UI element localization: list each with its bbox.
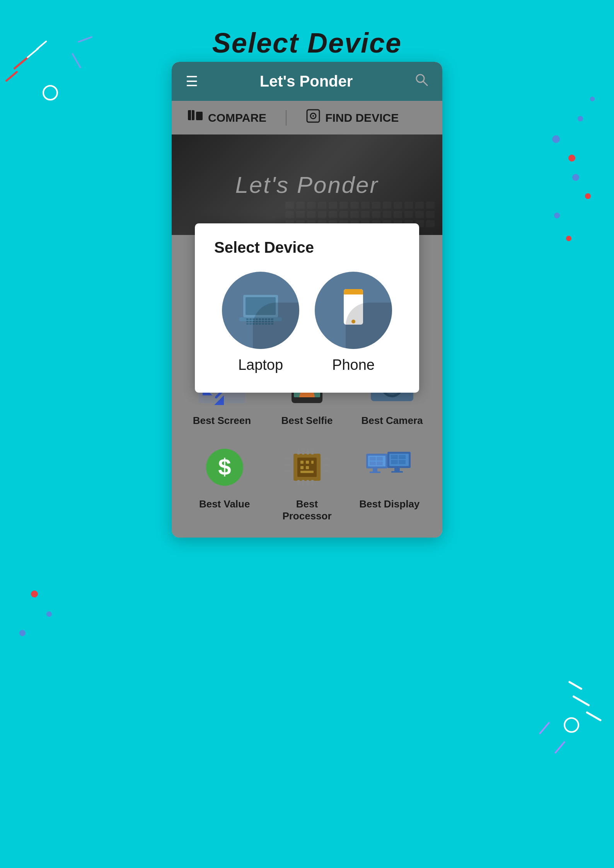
svg-rect-81 <box>311 461 314 464</box>
best-value-label: Best Value <box>199 498 250 510</box>
svg-rect-66 <box>302 449 304 454</box>
svg-rect-29 <box>246 323 249 325</box>
search-icon[interactable] <box>414 73 428 90</box>
deco-dot-blue-2 <box>572 174 579 181</box>
device-option-phone[interactable]: Phone <box>315 272 392 373</box>
phone-svg-icon <box>334 285 373 335</box>
svg-rect-35 <box>265 323 267 325</box>
svg-rect-82 <box>300 466 304 469</box>
svg-rect-28 <box>271 321 273 322</box>
svg-rect-11 <box>246 318 249 320</box>
svg-rect-80 <box>306 461 309 464</box>
svg-rect-31 <box>252 323 255 325</box>
best-screen-label: Best Screen <box>193 415 251 427</box>
phone-label: Phone <box>332 357 375 373</box>
find-device-icon <box>306 109 321 127</box>
svg-rect-22 <box>252 321 255 322</box>
svg-rect-78 <box>324 470 329 472</box>
phone-circle <box>315 272 392 349</box>
svg-rect-21 <box>249 321 252 322</box>
svg-rect-30 <box>249 323 252 325</box>
svg-rect-73 <box>285 458 290 460</box>
tab-compare[interactable]: COMPARE <box>187 109 266 127</box>
deco-line-br-3 <box>586 711 602 722</box>
laptop-circle <box>222 272 299 349</box>
best-camera-label: Best Camera <box>362 415 423 427</box>
svg-rect-84 <box>300 471 314 473</box>
svg-rect-10 <box>239 317 282 321</box>
svg-rect-12 <box>249 318 252 320</box>
svg-rect-37 <box>271 323 273 325</box>
svg-line-1 <box>423 82 427 85</box>
svg-rect-19 <box>271 318 273 320</box>
svg-rect-96 <box>399 455 406 459</box>
best-display-icon-bg <box>358 442 420 492</box>
phone-mockup: ☰ Let's Ponder COMPARE <box>172 62 442 538</box>
svg-rect-34 <box>262 323 264 325</box>
menu-icon[interactable]: ☰ <box>186 73 198 90</box>
compare-label: COMPARE <box>208 111 266 124</box>
best-processor-icon-bg <box>276 442 338 492</box>
deco-dot-blue-3 <box>554 213 560 218</box>
deco-line-br-4 <box>539 722 550 734</box>
laptop-svg <box>235 289 286 332</box>
svg-rect-100 <box>391 471 403 473</box>
tab-bar: COMPARE FIND DEVICE <box>172 101 442 134</box>
svg-rect-67 <box>307 449 309 454</box>
select-device-dialog: Select Device <box>195 223 419 393</box>
svg-point-41 <box>351 320 355 323</box>
svg-rect-77 <box>324 464 329 466</box>
svg-rect-20 <box>246 321 249 322</box>
svg-rect-24 <box>259 321 261 322</box>
svg-rect-99 <box>394 468 400 471</box>
svg-rect-92 <box>370 471 380 473</box>
svg-rect-32 <box>256 323 258 325</box>
deco-circle-1 <box>43 85 58 100</box>
device-option-laptop[interactable]: Laptop <box>222 272 299 373</box>
svg-rect-16 <box>262 318 264 320</box>
deco-dot-red-bl-1 <box>31 591 38 597</box>
svg-rect-98 <box>399 460 406 464</box>
svg-rect-97 <box>391 460 398 464</box>
deco-line-br-5 <box>554 741 566 754</box>
svg-rect-72 <box>311 480 314 485</box>
best-selfie-label: Best Selfie <box>281 415 333 427</box>
category-best-value[interactable]: $ Best Value <box>190 442 259 522</box>
hero-banner: Let's Ponder <box>172 134 442 235</box>
svg-rect-79 <box>300 461 304 464</box>
svg-text:$: $ <box>218 454 231 480</box>
deco-dot-blue-1 <box>552 135 560 143</box>
svg-rect-69 <box>297 480 300 485</box>
svg-rect-75 <box>285 470 290 472</box>
svg-rect-68 <box>311 449 314 454</box>
svg-rect-13 <box>252 318 255 320</box>
svg-rect-9 <box>246 297 276 315</box>
svg-rect-14 <box>256 318 258 320</box>
svg-rect-40 <box>344 292 363 294</box>
best-display-icon <box>364 446 414 488</box>
svg-rect-91 <box>373 468 377 471</box>
svg-rect-25 <box>262 321 264 322</box>
page-title-area: Select Device <box>0 0 614 70</box>
best-value-icon: $ <box>200 446 250 488</box>
deco-line-2 <box>5 71 18 82</box>
svg-rect-70 <box>302 480 304 485</box>
svg-rect-26 <box>265 321 267 322</box>
svg-rect-76 <box>324 458 329 460</box>
dialog-title: Select Device <box>214 239 400 256</box>
svg-rect-3 <box>196 112 203 120</box>
category-best-processor[interactable]: Best Processor <box>272 442 342 522</box>
device-options: Laptop Ph <box>214 272 400 373</box>
app-header: ☰ Let's Ponder <box>172 62 442 101</box>
svg-rect-95 <box>391 455 398 459</box>
svg-rect-27 <box>268 321 270 322</box>
deco-line-br-2 <box>568 681 582 690</box>
tab-find-device[interactable]: FIND DEVICE <box>306 109 399 127</box>
deco-line-br-1 <box>572 695 590 706</box>
svg-rect-89 <box>370 461 376 465</box>
svg-rect-33 <box>259 323 261 325</box>
svg-rect-90 <box>377 461 383 465</box>
svg-rect-17 <box>265 318 267 320</box>
svg-rect-87 <box>370 457 376 461</box>
category-best-display[interactable]: Best Display <box>355 442 424 522</box>
